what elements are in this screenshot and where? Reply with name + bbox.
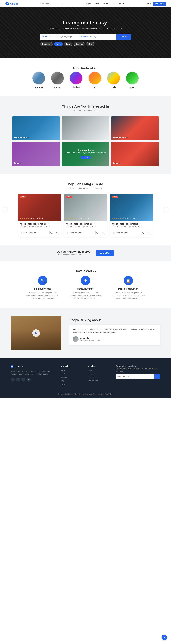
dest-circle-dhaka [107, 72, 120, 85]
navbar-logo[interactable]: Gricklo [5, 2, 18, 6]
footer-brand: Gricklo Seddo eiusmod tempor incididunt … [11, 365, 55, 386]
how-icon-find-wrap: 🔍 [38, 276, 48, 285]
nav-about[interactable]: About [103, 3, 108, 5]
pop-card-1-phone-btn[interactable]: 📞 [50, 231, 54, 235]
hero-tag-party[interactable]: Party [64, 42, 72, 46]
footer-bottom: Copyright ©2022. All rights reserved. | … [11, 390, 160, 395]
top-dest-title: Top Destination [11, 66, 160, 70]
hero-tag-shopping[interactable]: Shopping [74, 42, 85, 46]
things-card-2[interactable] [62, 116, 110, 140]
dest-item-paris[interactable]: Paris [88, 72, 102, 88]
pop-card-1-address: 📍 75 Prince Street, green road NY, USA [20, 226, 59, 227]
signin-button[interactable]: Sign In [146, 3, 151, 5]
footer-service-training[interactable]: Training [88, 376, 94, 378]
pop-card-3-phone-btn[interactable]: 📞 [141, 231, 145, 235]
things-card-1[interactable]: Restaurant & Bar [12, 116, 60, 140]
footer-service-hygiene[interactable]: Hygiene Clear [88, 380, 98, 382]
footer-service-care[interactable]: Care [88, 370, 92, 372]
popular-next-button[interactable]: › [164, 207, 168, 212]
dest-item-thailand[interactable]: Thailand [70, 72, 83, 88]
pop-card-1-email-btn[interactable]: ✉ [55, 231, 59, 235]
pop-card-2-category: 🍴 Food & Restaurant [66, 232, 82, 234]
hero-search-button[interactable]: Search [116, 34, 131, 40]
explore-more-button[interactable]: Explore More [96, 250, 114, 256]
pop-card-2-actions: 📞 ✉ [96, 231, 105, 235]
dest-item-dhaka[interactable]: Dhaka [107, 72, 120, 88]
hero-what-input[interactable] [48, 36, 76, 38]
navbar-search-box[interactable] [40, 2, 64, 6]
testimonial-video[interactable]: ▶ [11, 316, 62, 350]
dest-label-thailand: Thailand [72, 86, 80, 88]
things-card-6[interactable]: Outdoor [111, 142, 159, 166]
footer: Gricklo Seddo eiusmod tempor incididunt … [0, 358, 171, 398]
pop-card-3-email-btn[interactable]: ✉ [147, 231, 151, 235]
things-subtitle: Things you are looking for today [11, 110, 160, 112]
top-destination-section: Top Destination New York Toronto Thailan… [0, 58, 171, 96]
hero-where-section: Where? [78, 36, 116, 38]
pop-card-3-image: Closed ★★★★★ 4.80 (230 Reviews) [110, 194, 153, 221]
social-linkedin[interactable]: in [22, 378, 26, 382]
social-facebook[interactable]: f [11, 378, 15, 382]
pop-card-2-title: Gloria Fast Food Restaurant ✔ [66, 223, 105, 225]
newsletter-email-input[interactable] [116, 374, 154, 379]
social-youtube[interactable]: ▶ [27, 378, 31, 382]
play-button[interactable]: ▶ [32, 329, 40, 337]
navbar-actions: Sign In Add Listing [146, 2, 166, 6]
newsletter-submit-button[interactable]: → [154, 374, 160, 379]
location-icon [80, 36, 82, 38]
testimonial-author-name: Dan Delion [80, 337, 100, 339]
popular-title: Popular Things To do [11, 182, 160, 186]
hero-tag-hotel[interactable]: Hotel [86, 42, 94, 46]
footer-link-contact[interactable]: Contact [60, 384, 66, 385]
hero-where-input[interactable] [89, 36, 114, 38]
pop-card-2-email-btn[interactable]: ✉ [101, 231, 105, 235]
pop-card-2-image: Closed ★★★★★ 4.80 (230 Reviews) [64, 194, 107, 221]
nav-home[interactable]: Home [86, 3, 91, 5]
social-twitter[interactable]: 𝕏 [16, 378, 20, 382]
nav-blog[interactable]: Blog [111, 3, 114, 5]
footer-link-blog[interactable]: Blog [60, 380, 64, 382]
footer-services: Services Care Treatment Training Hygiene… [88, 365, 110, 386]
things-card-3[interactable]: Restaurant & Bar [111, 116, 159, 140]
pop-card-2-stars: ★★★★★ 4.80 (230 Reviews) [66, 217, 89, 220]
nav-listing[interactable]: Listing [94, 3, 100, 5]
footer-copyright: Copyright ©2022. All rights reserved. | … [58, 393, 114, 395]
pop-card-1-category: 🍴 Food & Restaurant [20, 232, 36, 234]
footer-link-services[interactable]: Services [60, 376, 67, 378]
dest-item-newyork[interactable]: New York [32, 72, 46, 88]
hero-tag-restaurant[interactable]: Restaurant [40, 42, 52, 46]
footer-link-about[interactable]: About [60, 373, 65, 375]
svg-point-4 [120, 36, 121, 37]
footer-link-home[interactable]: Home [60, 370, 65, 372]
how-cards-container: 🔍 Find Businesses Discover & connect wit… [11, 276, 160, 300]
pop-card-3-title: Gloria Fast Food Restaurant ✔ [112, 223, 151, 225]
dest-item-toronto[interactable]: Toronto [51, 72, 64, 88]
hero-where-label: Where? [83, 36, 88, 38]
how-card-reserve-title: Make a Reservation [118, 288, 138, 290]
footer-newsletter-form: → [116, 374, 160, 379]
pop-card-1: Closed ★★★★★ 4.80 (230 Reviews) Gloria F… [18, 194, 61, 237]
navbar-search-input[interactable] [45, 3, 62, 5]
footer-grid: Gricklo Seddo eiusmod tempor incididunt … [11, 365, 160, 386]
dest-item-rome[interactable]: Rome [126, 72, 139, 88]
navbar-nav: Home Listing About Blog Contact [86, 3, 124, 5]
things-card-5-explore-btn[interactable]: Explore [80, 156, 91, 159]
hero-subtitle: Explore vacation rentals, bar & restaura… [40, 27, 131, 30]
footer-service-treatment[interactable]: Treatment [88, 373, 96, 375]
pop-card-2-status: Closed [66, 196, 72, 198]
add-listing-button[interactable]: Add Listing [153, 2, 166, 6]
footer-nav-title: Navigation [60, 365, 83, 367]
nav-contact[interactable]: Contact [118, 3, 124, 5]
pop-card-2-address: 📍 75 Prince Street, green road NY, USA [66, 226, 105, 227]
search-icon-btn [120, 36, 121, 38]
things-card-5[interactable]: Shopping Center Discover & connect two-w… [62, 142, 110, 166]
popular-prev-button[interactable]: ‹ [3, 207, 8, 212]
verified-icon-1: ✔ [48, 223, 50, 225]
pop-card-3-rating: 4.80 (230 Reviews) [122, 218, 135, 219]
hero-tag-home[interactable]: Home [54, 42, 63, 46]
things-card-4[interactable]: Outdoor [12, 142, 60, 166]
pop-card-2-phone-btn[interactable]: 📞 [96, 231, 100, 235]
how-title: How It Work? [11, 269, 160, 273]
things-card-5-overlay: Shopping Center Discover & connect two-w… [62, 142, 110, 166]
testimonial-section: ▶ People talking about "Discover & conne… [0, 308, 171, 358]
